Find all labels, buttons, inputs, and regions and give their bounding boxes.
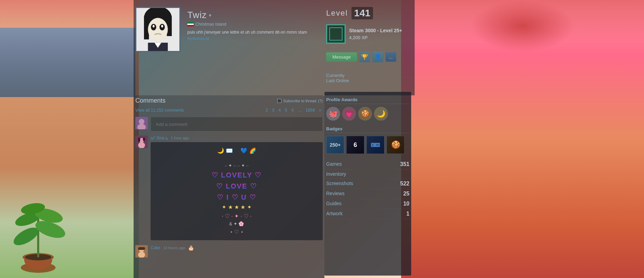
- stat-games-label: Games: [326, 161, 342, 167]
- stat-screenshots-label: Screenshots: [326, 181, 353, 187]
- svg-point-7: [153, 25, 155, 28]
- badge-6-label: 6: [354, 141, 357, 149]
- profile-icon-button[interactable]: 👤: [372, 51, 383, 62]
- page-nav: 2 3 4 5 6 ... 1859 »: [264, 107, 323, 113]
- page-ellipsis: ...: [297, 107, 303, 113]
- comment-author-row-1: Cake 14 hours ago 🎂: [151, 245, 323, 251]
- xp-badge-inner: [329, 27, 342, 41]
- badge-250[interactable]: 250+: [326, 136, 344, 154]
- stat-guides[interactable]: Guides 10: [326, 199, 409, 209]
- subscribe-row: Subscribe to thread (?): [277, 99, 323, 103]
- comment-cake-avatar-svg: [135, 245, 148, 258]
- comment-time-1: 14 hours ago: [163, 246, 185, 250]
- svg-rect-25: [138, 247, 145, 250]
- comment-author-1[interactable]: Cake: [151, 245, 160, 250]
- stars-line: ✦ ★ ★ ★ ✦: [212, 203, 262, 212]
- action-buttons: Message 🏆 👤 ...: [326, 51, 396, 62]
- badge-game-icon: [370, 141, 381, 148]
- view-all-link[interactable]: View all 11,152 comments: [135, 108, 184, 113]
- commenter-avatar: [135, 117, 148, 129]
- comment-text-area-0: 🌙 ✉️ 💙 🌈 ·· ✦ ·· ·· ✦ ·· ♡ LOVELY ♡ ♡ LO…: [151, 142, 323, 240]
- avatar[interactable]: [135, 7, 180, 52]
- stat-games-value: 351: [400, 161, 409, 167]
- avatar-svg: [136, 8, 179, 51]
- comment-entry-1: Cake 14 hours ago 🎂: [135, 245, 323, 258]
- comment-entry-0: ω°·Soa·ϡ 1 hour ago 🌙 ✉️ 💙 🌈 ·· ✦ ·· ·· …: [135, 136, 323, 240]
- comment-soa-avatar-svg: [135, 136, 148, 148]
- message-button[interactable]: Message: [326, 52, 357, 62]
- store-shelf-decoration: [0, 28, 135, 97]
- stats-section: Games 351 Inventory Screenshots 522 Revi…: [326, 159, 409, 219]
- cake-avatar: [135, 245, 148, 258]
- comments-title: Comments: [135, 97, 166, 104]
- xp-info: Steam 3000 - Level 25+ 4,200 XP: [349, 27, 402, 41]
- comment-avatar-1: [135, 245, 148, 258]
- comment-author-row-0: ω°·Soa·ϡ 1 hour ago: [151, 136, 323, 140]
- page-3[interactable]: 3: [271, 107, 276, 113]
- badge-cookie[interactable]: 🍪: [387, 136, 405, 154]
- page-4[interactable]: 4: [277, 107, 282, 113]
- username-dropdown-icon[interactable]: ▾: [209, 12, 211, 18]
- badges-title: Badges: [326, 126, 409, 133]
- comment-body-0: ω°·Soa·ϡ 1 hour ago 🌙 ✉️ 💙 🌈 ·· ✦ ·· ·· …: [151, 136, 323, 240]
- comment-avatar-0: [135, 136, 148, 148]
- trophy-button[interactable]: 🏆: [359, 51, 370, 62]
- username-row: Twiz ▾: [187, 10, 307, 20]
- level-section: Level 141: [326, 7, 373, 19]
- page-1859[interactable]: 1859: [304, 107, 316, 113]
- page-5[interactable]: 5: [283, 107, 289, 113]
- stat-inventory-label: Inventory: [326, 171, 346, 177]
- badge-cookie-icon: 🍪: [391, 140, 400, 149]
- last-online-label: Last Online: [326, 78, 349, 83]
- page-next[interactable]: »: [317, 107, 323, 113]
- username-area: Twiz ▾ Christmas Island puis uhh j'envoy…: [187, 10, 307, 41]
- award-icon-0[interactable]: 🐙: [326, 107, 340, 121]
- level-label: Level: [326, 9, 348, 18]
- decorative-line-1: ·· ✦ ·· ·· ✦ ··: [212, 162, 262, 170]
- avatar-image: [136, 8, 179, 51]
- plant-decoration: [7, 174, 69, 278]
- commenter-avatar-svg: [135, 117, 148, 129]
- badge-game[interactable]: [366, 136, 384, 154]
- svg-rect-20: [138, 138, 140, 142]
- add-comment-input[interactable]: [151, 117, 323, 131]
- plant-svg: [7, 174, 69, 278]
- svg-point-8: [161, 25, 163, 28]
- badge-6[interactable]: 6: [346, 136, 364, 154]
- page-6[interactable]: 6: [290, 107, 295, 113]
- right-panel: Profile Awards 🐙 💗 🍪 🌙 Badges 250+ 6: [326, 97, 409, 225]
- comment-body-1: Cake 14 hours ago 🎂: [151, 245, 323, 258]
- stat-artwork[interactable]: Artwork 1: [326, 209, 409, 219]
- stat-inventory[interactable]: Inventory: [326, 170, 409, 179]
- myanimelist-link[interactable]: MyAnimeList: [187, 36, 307, 41]
- lovely-title: ♡ LOVELY ♡: [212, 170, 262, 181]
- bottom-hearts: ⋆ ♡ ⋆: [212, 228, 262, 236]
- svg-point-12: [376, 144, 378, 146]
- subscribe-label: Subscribe to thread: [283, 99, 316, 103]
- more-button[interactable]: ...: [385, 52, 396, 62]
- comment-author-0[interactable]: ω°·Soa·ϡ: [151, 136, 168, 140]
- svg-rect-11: [372, 144, 373, 146]
- award-icon-3[interactable]: 🌙: [374, 107, 388, 121]
- comments-header: Comments Subscribe to thread (?): [135, 97, 323, 104]
- awards-row: 🐙 💗 🍪 🌙: [326, 107, 409, 121]
- stat-games[interactable]: Games 351: [326, 159, 409, 170]
- subscribe-help: (?): [318, 99, 323, 103]
- subscribe-checkbox[interactable]: [277, 99, 281, 103]
- page-2[interactable]: 2: [264, 107, 269, 113]
- lovely-love-content: 🌙 ✉️ 💙 🌈 ·· ✦ ·· ·· ✦ ·· ♡ LOVELY ♡ ♡ LO…: [212, 146, 262, 236]
- award-icon-1[interactable]: 💗: [342, 107, 356, 121]
- and-line: & ✦ 🌸: [212, 220, 262, 228]
- comments-nav: View all 11,152 comments 2 3 4 5 6 ... 1…: [135, 107, 323, 113]
- award-icon-2[interactable]: 🍪: [358, 107, 372, 121]
- stat-screenshots[interactable]: Screenshots 522: [326, 179, 409, 189]
- svg-point-4: [148, 18, 168, 41]
- xp-title: Steam 3000 - Level 25+: [349, 27, 402, 34]
- stat-reviews[interactable]: Reviews 25: [326, 189, 409, 199]
- stat-guides-label: Guides: [326, 201, 341, 207]
- status-text: puis uhh j'envoyer une lettre et uh uh c…: [187, 29, 307, 35]
- xp-badge: [326, 24, 346, 44]
- username-text: Twiz: [187, 10, 207, 20]
- iloveu-title: ♡ I ♡ U ♡: [212, 192, 262, 203]
- location-flag-icon: [187, 22, 194, 26]
